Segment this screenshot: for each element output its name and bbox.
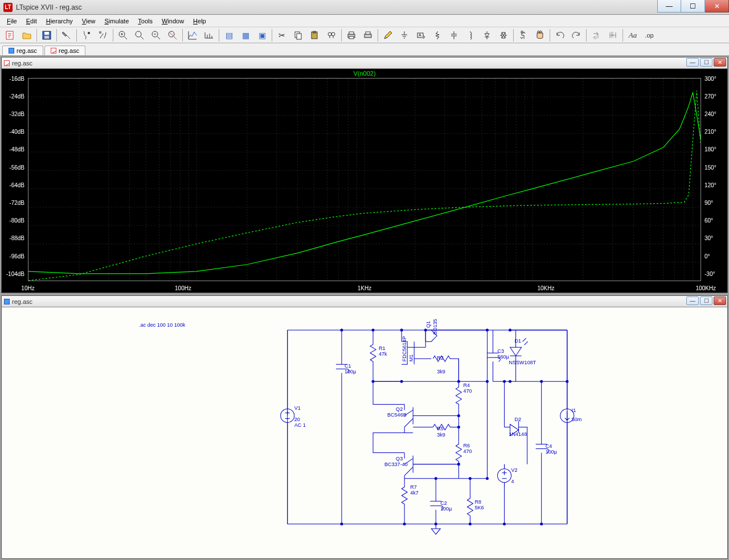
paste-icon[interactable] [307, 28, 323, 42]
zoom-out-icon[interactable] [148, 28, 164, 42]
halt-icon[interactable] [95, 28, 111, 42]
svg-point-100 [435, 477, 437, 480]
menu-file[interactable]: File [2, 17, 22, 26]
document-tabstrip: reg.asc reg.asc [0, 43, 729, 56]
svg-point-81 [486, 329, 489, 332]
svg-text:E: E [611, 34, 614, 38]
hammer-icon[interactable] [59, 28, 75, 42]
menu-simulate[interactable]: Simulate [100, 17, 133, 26]
tile-icon[interactable]: ▤ [221, 28, 237, 42]
redo-icon[interactable] [568, 28, 584, 42]
plot-body[interactable]: V(n002) -16dB -24dB -32dB -40dB -48dB -5… [2, 69, 727, 293]
settings-icon[interactable] [201, 28, 217, 42]
svg-point-79 [400, 329, 403, 332]
svg-rect-13 [313, 31, 316, 33]
svg-text:C1: C1 [345, 363, 351, 369]
close-button[interactable]: ✕ [705, 0, 729, 13]
undo-icon[interactable] [552, 28, 568, 42]
copy-icon[interactable] [290, 28, 306, 42]
spice-directive-icon[interactable]: .op [641, 28, 657, 42]
trace-label[interactable]: V(n002) [2, 70, 727, 77]
plot-minimize-button[interactable]: — [686, 58, 699, 67]
svg-point-4 [88, 32, 90, 34]
svg-rect-5 [99, 31, 101, 34]
svg-point-99 [457, 463, 460, 466]
svg-text:100µ: 100µ [546, 449, 557, 455]
autorange-icon[interactable] [185, 28, 200, 42]
plot-close-button[interactable]: ✕ [714, 58, 726, 67]
plot-maximize-button[interactable]: ☐ [700, 58, 712, 67]
svg-text:3k9: 3k9 [437, 369, 445, 374]
close-windows-icon[interactable]: ▣ [254, 28, 270, 42]
yright-label: 120° [702, 182, 727, 188]
zoom-fit-icon[interactable] [165, 28, 181, 42]
mirror-icon[interactable]: EE [605, 28, 621, 42]
svg-point-86 [469, 522, 472, 525]
menu-view[interactable]: View [77, 17, 100, 26]
svg-text:3k9: 3k9 [437, 432, 445, 438]
tab-schematic[interactable]: reg.asc [2, 46, 43, 55]
schematic-canvas[interactable]: .ac dec 100 10 100k V1 20 AC 1 C1 100µ R… [2, 307, 727, 558]
schematic-minimize-button[interactable]: — [686, 297, 699, 305]
plot-window-titlebar[interactable]: reg.asc — ☐ ✕ [2, 57, 727, 69]
menu-window[interactable]: Window [157, 17, 189, 26]
svg-point-85 [435, 522, 437, 525]
new-schematic-icon[interactable] [2, 28, 18, 42]
pan-icon[interactable] [132, 28, 148, 42]
component-icon[interactable] [495, 28, 511, 42]
menu-hierarchy[interactable]: Hierarchy [42, 17, 77, 26]
svg-text:Q3: Q3 [396, 456, 403, 462]
pencil-icon[interactable] [380, 28, 396, 42]
svg-point-94 [509, 380, 511, 383]
drag-icon[interactable] [532, 28, 548, 42]
text-icon[interactable]: Aa [625, 28, 641, 42]
x-label: 10Hz [21, 285, 34, 291]
schematic-window-icon [4, 299, 10, 304]
diode-icon[interactable] [479, 28, 495, 42]
yright-label: 30° [702, 235, 727, 241]
print-setup-icon[interactable] [360, 28, 376, 42]
svg-point-98 [457, 426, 460, 429]
yright-label: 210° [702, 129, 727, 135]
label-icon[interactable]: A [413, 28, 429, 42]
schematic-window-title: reg.asc [12, 298, 32, 305]
resistor-icon[interactable] [429, 28, 445, 42]
svg-point-84 [403, 522, 406, 525]
tab-plot[interactable]: reg.asc [44, 46, 85, 55]
svg-text:A: A [419, 33, 421, 37]
svg-text:R7: R7 [410, 484, 417, 490]
rotate-icon[interactable]: ⟲ [588, 28, 604, 42]
ground-icon[interactable] [396, 28, 412, 42]
svg-point-97 [457, 414, 460, 417]
x-label: 100KHz [695, 285, 716, 291]
cut-icon[interactable]: ✂ [274, 28, 290, 42]
open-icon[interactable] [19, 28, 35, 42]
yleft-label: -96dB [2, 253, 27, 260]
minimize-button[interactable]: — [657, 0, 681, 13]
menu-help[interactable]: Help [189, 17, 211, 26]
x-label: 100Hz [175, 285, 191, 291]
plot-window: reg.asc — ☐ ✕ V(n002) -16dB -24dB -32dB … [1, 57, 728, 293]
menu-edit[interactable]: Edit [22, 17, 42, 26]
find-icon[interactable] [323, 28, 339, 42]
x-label: 1KHz [358, 285, 371, 291]
yleft-label: -16dB [2, 76, 27, 82]
zoom-in-icon[interactable] [115, 28, 131, 42]
workspace: reg.asc — ☐ ✕ V(n002) -16dB -24dB -32dB … [0, 56, 729, 560]
print-icon[interactable] [343, 28, 359, 42]
plot-area[interactable] [28, 78, 701, 281]
yleft-label: -88dB [2, 235, 27, 241]
svg-point-96 [566, 380, 568, 383]
move-icon[interactable] [515, 28, 531, 42]
schematic-tab-icon [9, 48, 14, 53]
run-icon[interactable] [79, 28, 95, 42]
menu-tools[interactable]: Tools [133, 17, 157, 26]
maximize-button[interactable]: ☐ [681, 0, 705, 13]
cascade-icon[interactable]: ▦ [237, 28, 253, 42]
inductor-icon[interactable] [462, 28, 478, 42]
capacitor-icon[interactable] [446, 28, 462, 42]
schematic-maximize-button[interactable]: ☐ [700, 297, 712, 305]
schematic-close-button[interactable]: ✕ [714, 297, 726, 305]
schematic-window-titlebar[interactable]: reg.asc — ☐ ✕ [2, 296, 727, 307]
save-icon[interactable] [39, 28, 55, 42]
